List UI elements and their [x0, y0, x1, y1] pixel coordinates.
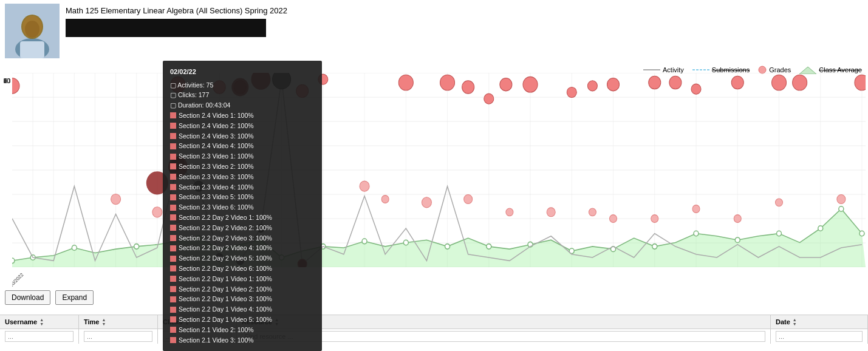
tooltip-video-row: Section 2.3 Video 5: 100% — [170, 192, 315, 202]
svg-point-64 — [818, 226, 823, 231]
username-sort[interactable]: ▲▼ — [39, 318, 44, 326]
svg-point-104 — [775, 199, 782, 206]
svg-point-95 — [422, 197, 431, 208]
date-filter-input[interactable] — [776, 331, 863, 342]
svg-point-67 — [12, 78, 19, 94]
tooltip-video-row: Section 2.4 Video 3: 100% — [170, 131, 315, 141]
date-sort[interactable]: ▲▼ — [793, 318, 797, 326]
svg-point-49 — [134, 244, 139, 250]
course-title: Math 125 Elementary Linear Algebra (All … — [66, 6, 287, 15]
svg-point-78 — [523, 77, 538, 92]
svg-point-73 — [398, 75, 413, 90]
svg-point-66 — [859, 231, 864, 236]
username-filter-input[interactable] — [5, 331, 73, 342]
tooltip-date: 02/02/22 — [170, 67, 315, 78]
svg-point-75 — [462, 81, 474, 94]
tooltip-video-row: Section 2.2 Day 2 Video 6: 100% — [170, 264, 315, 274]
svg-point-84 — [691, 84, 701, 94]
svg-point-83 — [669, 76, 682, 89]
svg-point-82 — [649, 76, 661, 89]
svg-point-105 — [837, 195, 846, 204]
time-sort[interactable]: ▲▼ — [101, 318, 106, 326]
tooltip-video-row: Section 2.4 Video 4: 100% — [170, 141, 315, 151]
header: Math 125 Elementary Linear Algebra (All … — [0, 0, 868, 62]
svg-point-5 — [25, 21, 39, 38]
svg-point-100 — [610, 215, 617, 223]
tooltip-video-row: Section 2.4 Video 1: 100% — [170, 111, 315, 121]
avatar — [5, 4, 60, 58]
svg-point-63 — [776, 231, 781, 236]
filter-date[interactable] — [771, 329, 868, 344]
bottom-bar: Download Expand — [0, 287, 98, 308]
svg-rect-2 — [20, 41, 44, 58]
svg-point-76 — [484, 94, 494, 104]
svg-point-102 — [692, 205, 700, 213]
svg-point-79 — [567, 87, 576, 97]
svg-point-62 — [735, 237, 740, 243]
tooltip-video-row: Section 2.2 Day 2 Video 2: 100% — [170, 223, 315, 233]
svg-point-98 — [547, 208, 555, 217]
tooltip-video-row: Section 2.2 Day 2 Video 5: 100% — [170, 253, 315, 264]
svg-point-61 — [694, 231, 699, 236]
svg-point-46 — [12, 258, 15, 264]
svg-point-77 — [500, 78, 512, 91]
svg-point-99 — [589, 208, 596, 216]
tooltip-duration: ▢ Duration: 00:43:04 — [170, 100, 315, 111]
svg-point-90 — [111, 194, 121, 204]
svg-point-101 — [651, 215, 658, 223]
tooltip-video-row: Section 2.2 Day 2 Video 3: 100% — [170, 233, 315, 244]
table-body — [0, 329, 868, 344]
tooltip-video-row: Section 2.2 Day 1 Video 3: 100% — [170, 294, 315, 304]
filter-time[interactable] — [79, 329, 158, 344]
tooltip-video-row: Section 2.3 Video 4: 100% — [170, 182, 315, 193]
svg-point-60 — [652, 244, 657, 250]
col-header-username[interactable]: Username ▲▼ — [0, 315, 79, 329]
download-button[interactable]: Download — [5, 290, 50, 305]
tooltip-video-row: Section 2.1 Video 2: 100% — [170, 325, 315, 335]
tooltip-video-row: Section 2.2 Day 1 Video 4: 100% — [170, 304, 315, 315]
svg-point-91 — [152, 207, 162, 217]
col-username-label: Username — [5, 318, 37, 325]
tooltip: 02/02/22 ▢ Activities: 75 ▢ Clicks: 177 … — [163, 61, 322, 351]
svg-point-80 — [587, 81, 597, 91]
col-date-label: Date — [776, 318, 790, 325]
tooltip-video-row: Section 2.2 Day 2 Video 1: 100% — [170, 213, 315, 223]
tooltip-videos: Section 2.4 Video 1: 100%Section 2.4 Vid… — [170, 111, 315, 345]
time-filter-input[interactable] — [84, 331, 152, 342]
tooltip-activities: ▢ Activities: 75 — [170, 80, 315, 90]
tooltip-video-row: Section 2.2 Day 1 Video 5: 100% — [170, 315, 315, 325]
tooltip-video-row: Section 2.1 Video 3: 100% — [170, 335, 315, 346]
x-axis-labels: 01/10/2022 — [12, 271, 868, 295]
svg-point-103 — [734, 215, 741, 223]
filter-username[interactable] — [0, 329, 79, 344]
tooltip-video-row: Section 2.3 Video 1: 100% — [170, 151, 315, 162]
svg-point-93 — [360, 181, 369, 191]
svg-point-89 — [855, 75, 866, 90]
header-info: Math 125 Elementary Linear Algebra (All … — [66, 4, 287, 37]
svg-point-97 — [506, 208, 513, 216]
tooltip-video-row: Section 2.3 Video 6: 100% — [170, 202, 315, 213]
svg-point-48 — [72, 245, 77, 251]
expand-button[interactable]: Expand — [55, 290, 94, 305]
tooltip-video-row: Section 2.2 Day 2 Video 4: 100% — [170, 243, 315, 253]
name-bar — [66, 19, 266, 37]
tooltip-video-row: Section 2.4 Video 2: 100% — [170, 121, 315, 131]
svg-point-85 — [731, 76, 743, 89]
svg-point-88 — [793, 75, 807, 90]
col-time-label: Time — [84, 318, 99, 325]
svg-point-74 — [440, 75, 455, 90]
tooltip-video-row: Section 2.3 Video 3: 100% — [170, 172, 315, 182]
svg-point-87 — [771, 75, 786, 90]
tooltip-video-row: Section 2.3 Video 2: 100% — [170, 162, 315, 172]
y-label-0: 0 — [4, 78, 7, 84]
tooltip-video-row: Section 2.2 Day 1 Video 2: 100% — [170, 284, 315, 295]
svg-point-56 — [487, 244, 491, 250]
svg-point-55 — [445, 244, 450, 250]
table-section: Username ▲▼ Time ▲▼ Clicks ▲▼ Resource ▲… — [0, 315, 868, 351]
svg-point-96 — [464, 195, 473, 204]
col-header-date[interactable]: Date ▲▼ — [771, 315, 868, 329]
tooltip-clicks: ▢ Clicks: 177 — [170, 90, 315, 100]
table-header: Username ▲▼ Time ▲▼ Clicks ▲▼ Resource ▲… — [0, 315, 868, 329]
chart-area: 80 70 60 50 40 30 20 10 0 — [0, 73, 868, 295]
col-header-time[interactable]: Time ▲▼ — [79, 315, 158, 329]
